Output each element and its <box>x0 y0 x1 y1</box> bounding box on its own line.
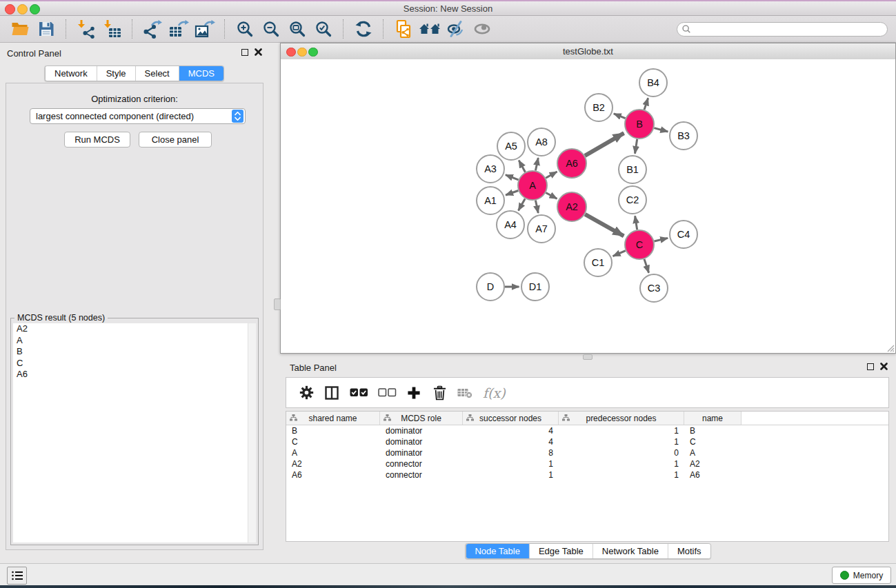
network-graph[interactable]: B4B2BB3A5A8A6A3B1AA1C2A2A4A7C4CC1C3DD1 <box>281 59 895 353</box>
run-mcds-button[interactable]: Run MCDS <box>64 132 130 148</box>
graph-node-A8[interactable]: A8 <box>528 128 555 156</box>
table-cell[interactable]: connector <box>380 459 463 469</box>
graph-node-C4[interactable]: C4 <box>670 221 697 248</box>
column-header-successor-nodes[interactable]: successor nodes <box>463 412 559 425</box>
network-canvas[interactable]: B4B2BB3A5A8A6A3B1AA1C2A2A4A7C4CC1C3DD1 <box>281 59 895 353</box>
graph-edge-C-C3[interactable] <box>644 259 649 273</box>
table-cell[interactable]: 4 <box>463 437 559 447</box>
tab-edge-table[interactable]: Edge Table <box>530 544 593 558</box>
table-cell[interactable]: 1 <box>559 437 684 447</box>
graph-node-A[interactable]: A <box>518 171 547 200</box>
mcds-result-list[interactable]: A2ABCA6 <box>13 323 256 543</box>
tab-network[interactable]: Network <box>46 66 97 81</box>
graph-node-A2[interactable]: A2 <box>557 192 586 221</box>
refresh-icon[interactable] <box>352 18 375 40</box>
zoom-fit-icon[interactable] <box>286 18 308 40</box>
float-panel-icon[interactable] <box>867 363 874 370</box>
delete-table-icon[interactable] <box>456 384 474 402</box>
table-cell[interactable]: 1 <box>463 470 559 480</box>
close-panel-icon[interactable] <box>880 363 888 370</box>
table-cell[interactable]: 1 <box>559 459 684 469</box>
select-all-icon[interactable] <box>348 384 369 402</box>
table-options-gear-icon[interactable] <box>297 384 315 402</box>
graph-edge-B-B1[interactable] <box>635 139 637 154</box>
column-header-mcds-role[interactable]: MCDS role <box>380 412 463 425</box>
mcds-result-item[interactable]: B <box>13 346 256 358</box>
graph-edge-A-A2[interactable] <box>546 193 557 199</box>
tab-node-table[interactable]: Node Table <box>466 544 530 558</box>
resize-grip-icon[interactable] <box>885 343 895 352</box>
table-cell[interactable]: dominator <box>380 426 463 436</box>
copy-network-icon[interactable] <box>392 18 415 40</box>
graph-edge-B-B2[interactable] <box>614 114 626 119</box>
graph-node-C1[interactable]: C1 <box>584 249 612 276</box>
mcds-result-item[interactable]: C <box>13 358 256 369</box>
graph-edge-A-A5[interactable] <box>519 161 525 172</box>
table-cell[interactable]: 1 <box>463 459 559 469</box>
save-session-icon[interactable] <box>35 18 57 40</box>
table-cell[interactable]: connector <box>380 470 463 480</box>
show-all-icon[interactable] <box>471 18 493 40</box>
graph-node-C[interactable]: C <box>625 230 654 259</box>
graph-edge-B-B3[interactable] <box>654 128 668 132</box>
graph-edge-A-A1[interactable] <box>506 191 518 196</box>
graph-edge-A-A8[interactable] <box>535 158 538 171</box>
first-neighbors-icon[interactable] <box>419 18 441 40</box>
graph-node-A3[interactable]: A3 <box>477 155 504 183</box>
table-cell[interactable]: B <box>684 426 741 436</box>
table-row[interactable]: Adominator80A <box>286 447 888 458</box>
table-cell[interactable]: 0 <box>559 448 684 458</box>
graph-edge-C-C4[interactable] <box>654 238 668 241</box>
add-column-icon[interactable] <box>405 384 423 402</box>
vertical-splitter-grip[interactable] <box>274 298 281 310</box>
graph-node-B2[interactable]: B2 <box>585 94 613 121</box>
table-row[interactable]: Bdominator41B <box>286 425 888 436</box>
table-cell[interactable]: A6 <box>286 470 380 480</box>
hide-selected-icon[interactable] <box>445 18 467 40</box>
scrollbar-track[interactable] <box>248 323 256 543</box>
tab-mcds[interactable]: MCDS <box>179 66 223 81</box>
open-session-icon[interactable] <box>9 18 31 40</box>
zoom-out-icon[interactable] <box>260 18 282 40</box>
table-row[interactable]: A2connector11A2 <box>286 458 888 469</box>
graph-edge-A-A7[interactable] <box>535 201 538 214</box>
graph-node-A5[interactable]: A5 <box>497 132 525 160</box>
zoom-in-icon[interactable] <box>234 18 256 40</box>
graph-node-A4[interactable]: A4 <box>497 211 524 239</box>
graph-node-A6[interactable]: A6 <box>557 149 586 178</box>
delete-column-icon[interactable] <box>430 384 448 402</box>
table-cell[interactable]: C <box>286 437 380 447</box>
import-table-icon[interactable] <box>101 18 123 40</box>
tab-select[interactable]: Select <box>136 66 179 81</box>
graph-node-B4[interactable]: B4 <box>639 69 667 97</box>
graph-node-B3[interactable]: B3 <box>670 122 697 150</box>
column-header-shared-name[interactable]: shared name <box>286 412 380 425</box>
graph-edge-A-A4[interactable] <box>519 199 526 210</box>
mcds-result-item[interactable]: A6 <box>13 369 256 381</box>
tab-motifs[interactable]: Motifs <box>668 544 710 558</box>
table-cell[interactable]: A2 <box>684 459 741 469</box>
close-panel-icon[interactable] <box>255 48 262 56</box>
export-table-icon[interactable] <box>168 18 190 40</box>
memory-button[interactable]: Memory <box>832 567 891 584</box>
graph-edge-A6-B[interactable] <box>585 133 624 156</box>
criterion-select[interactable]: largest connected component (directed) <box>30 108 246 124</box>
network-window-titlebar[interactable]: testGlobe.txt <box>281 43 895 60</box>
table-cell[interactable]: A <box>286 448 380 458</box>
task-history-button[interactable] <box>7 567 27 585</box>
table-cell[interactable]: C <box>684 437 741 447</box>
graph-node-C2[interactable]: C2 <box>619 186 646 214</box>
graph-node-D[interactable]: D <box>477 273 504 301</box>
table-row[interactable]: Cdominator41C <box>286 436 888 447</box>
graph-edge-A-A6[interactable] <box>546 172 557 178</box>
graph-edge-A2-C[interactable] <box>585 214 624 236</box>
table-cell[interactable]: B <box>286 426 380 436</box>
search-input[interactable] <box>677 22 888 37</box>
graph-node-D1[interactable]: D1 <box>521 273 549 301</box>
split-panel-icon[interactable] <box>323 384 341 402</box>
table-cell[interactable]: dominator <box>380 448 463 458</box>
table-cell[interactable]: 1 <box>559 426 684 436</box>
mcds-result-item[interactable]: A <box>13 335 256 347</box>
table-cell[interactable]: 8 <box>463 448 559 458</box>
graph-node-A1[interactable]: A1 <box>477 187 504 214</box>
